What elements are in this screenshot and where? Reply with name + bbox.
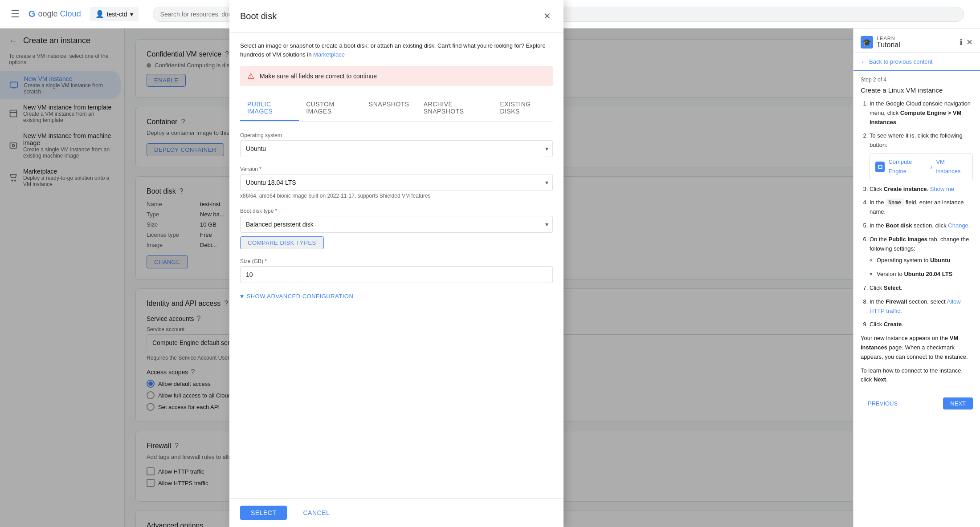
version-hint: x86/64, amd64 bionic image built on 2022… (240, 193, 553, 199)
tutorial-paragraph-2: To learn how to connect to the instance,… (861, 366, 973, 385)
tutorial-back-button[interactable]: ← Back to previous content (853, 53, 980, 71)
select-button[interactable]: SELECT (240, 506, 287, 520)
alert-icon: ⚠ (247, 71, 254, 81)
os-form-group: Operating system Ubuntu ▾ (240, 132, 553, 157)
compute-engine-text: Compute Engine (888, 158, 927, 176)
tutorial-step-9: Click Create. (870, 320, 973, 329)
tutorial-learn-label: LEARN (877, 36, 900, 41)
tutorial-step-2: To see where it is, click the following … (870, 131, 973, 180)
logo: G oogle Cloud (29, 9, 81, 19)
tutorial-panel: 🎓 LEARN Tutorial ℹ ✕ ← Back to previous … (853, 28, 980, 527)
size-input[interactable] (240, 266, 553, 283)
logo-g: G (29, 9, 36, 19)
compute-engine-icon (875, 162, 885, 172)
tutorial-step-4: In the Name field, enter an instance nam… (870, 198, 973, 217)
alert-banner: ⚠ Make sure all fields are correct to co… (240, 66, 553, 86)
marketplace-link[interactable]: Marketplace (313, 51, 345, 58)
tutorial-substep-version: Version to Ubuntu 20.04 LTS (877, 270, 973, 279)
tutorial-learn-icon: 🎓 (861, 36, 873, 49)
tutorial-step-1: In the Google Cloud console navigation m… (870, 99, 973, 127)
compare-disk-types-button[interactable]: COMPARE DISK TYPES (240, 236, 324, 249)
project-selector[interactable]: 👤 test-ctd ▾ (90, 7, 139, 21)
show-me-link[interactable]: Show me (930, 186, 954, 192)
disk-type-form-group: Boot disk type Balanced persistent disk … (240, 208, 553, 249)
show-advanced-label: SHOW ADVANCED CONFIGURATION (247, 293, 354, 300)
modal-title: Boot disk (240, 11, 277, 21)
disk-type-select[interactable]: Balanced persistent disk (240, 216, 553, 233)
tutorial-body: In the Google Cloud console navigation m… (853, 99, 980, 392)
change-link[interactable]: Change (948, 222, 968, 229)
modal-description: Select an image or snapshot to create a … (240, 41, 553, 59)
tutorial-learn: 🎓 LEARN Tutorial (861, 36, 900, 49)
project-dropdown-icon: ▾ (130, 11, 133, 18)
tutorial-info-icon[interactable]: ℹ (960, 37, 963, 47)
tutorial-close-icon[interactable]: ✕ (966, 37, 973, 47)
alert-text: Make sure all fields are correct to cont… (260, 73, 377, 80)
tutorial-section-title: Create a Linux VM instance (853, 85, 980, 99)
menu-icon[interactable]: ☰ (7, 5, 23, 24)
modal-close-button[interactable]: ✕ (542, 9, 553, 23)
modal-tabs: PUBLIC IMAGES CUSTOM IMAGES SNAPSHOTS AR… (240, 95, 553, 122)
chevron-down-icon: ▾ (240, 292, 244, 300)
tutorial-paragraph-1: Your new instance appears on the VM inst… (861, 334, 973, 361)
tab-existing-disks[interactable]: EXISTING DISKS (493, 95, 553, 121)
tutorial-substep-os: Operating system to Ubuntu (877, 256, 973, 265)
tutorial-back-label: Back to previous content (869, 58, 932, 65)
tutorial-step-6: On the Public images tab, change the fol… (870, 235, 973, 279)
modal-header: Boot disk ✕ (229, 0, 564, 32)
version-label: Version (240, 166, 553, 172)
version-form-group: Version Ubuntu 18.04 LTS ▾ x86/64, amd64… (240, 166, 553, 199)
modal-footer: SELECT CANCEL (229, 498, 564, 527)
version-select[interactable]: Ubuntu 18.04 LTS (240, 174, 553, 191)
disk-type-label: Boot disk type (240, 208, 553, 214)
compute-engine-button[interactable]: Compute Engine › VM instances (870, 154, 973, 180)
logo-text: oogle Cloud (38, 9, 81, 19)
tab-snapshots[interactable]: SNAPSHOTS (362, 95, 416, 121)
compute-engine-arrow: › (931, 162, 933, 172)
tutorial-footer: PREVIOUS NEXT (853, 392, 980, 415)
tab-archive-snapshots[interactable]: ARCHIVE SNAPSHOTS (416, 95, 493, 121)
tutorial-next-button[interactable]: NEXT (943, 397, 973, 409)
compute-engine-sub: VM instances (936, 158, 967, 176)
tutorial-header-icons: ℹ ✕ (960, 37, 973, 47)
show-advanced-button[interactable]: ▾ SHOW ADVANCED CONFIGURATION (240, 292, 553, 300)
boot-disk-modal: Boot disk ✕ Select an image or snapshot … (229, 0, 564, 527)
version-select-wrapper: Ubuntu 18.04 LTS ▾ (240, 174, 553, 191)
name-field-code: Name (886, 199, 904, 207)
tab-custom-images[interactable]: CUSTOM IMAGES (299, 95, 362, 121)
size-label: Size (GB) (240, 258, 553, 264)
disk-type-select-wrapper: Balanced persistent disk ▾ (240, 216, 553, 233)
svg-rect-7 (879, 166, 882, 168)
modal-body: Select an image or snapshot to create a … (229, 32, 564, 498)
tutorial-title: Tutorial (877, 41, 900, 49)
tutorial-previous-button[interactable]: PREVIOUS (861, 397, 905, 409)
cancel-button[interactable]: CANCEL (292, 506, 340, 520)
tutorial-step-label: Step 2 of 4 (853, 71, 980, 85)
os-select-wrapper: Ubuntu ▾ (240, 140, 553, 157)
back-arrow-icon: ← (861, 58, 866, 65)
tutorial-step-8: In the Firewall section, select Allow HT… (870, 297, 973, 316)
tutorial-step-7: Click Select. (870, 284, 973, 293)
tutorial-step-3: Click Create instance. Show me (870, 185, 973, 194)
os-label: Operating system (240, 132, 553, 138)
tutorial-step-5: In the Boot disk section, click Change. (870, 221, 973, 231)
tab-public-images[interactable]: PUBLIC IMAGES (240, 95, 299, 121)
size-form-group: Size (GB) (240, 258, 553, 283)
project-name: test-ctd (107, 11, 127, 18)
tutorial-header: 🎓 LEARN Tutorial ℹ ✕ (853, 28, 980, 53)
allow-http-link[interactable]: Allow HTTP traffic (870, 298, 961, 314)
tutorial-step-1-bold: Compute Engine > VM instances (870, 109, 961, 126)
os-select[interactable]: Ubuntu (240, 140, 553, 157)
